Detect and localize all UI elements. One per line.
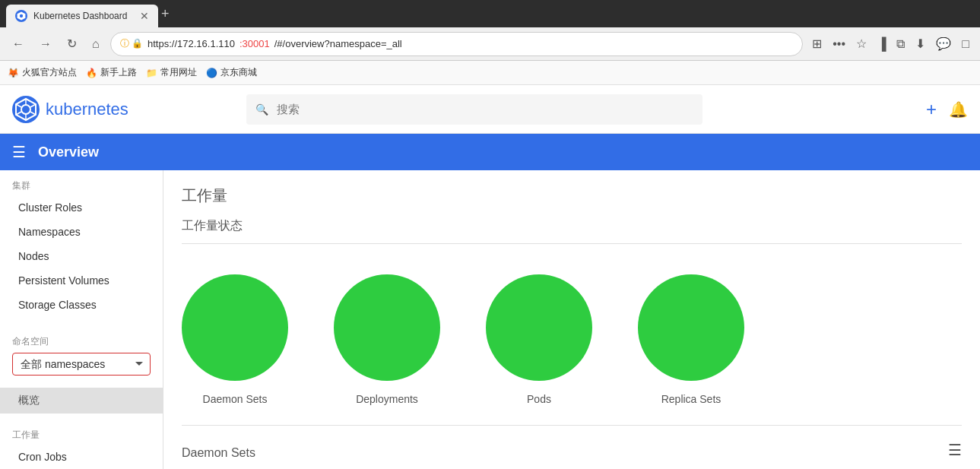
more-button[interactable]: ••• (829, 34, 848, 54)
sidebar-scroll: 集群 Cluster Roles Namespaces Nodes Persis… (0, 170, 163, 469)
address-bar[interactable]: ⓘ 🔒 https://172.16.1.110:30001/#/overvie… (110, 32, 804, 56)
active-tab[interactable]: Kubernetes Dashboard ✕ (6, 5, 158, 27)
bookmark-label: 火狐官方站点 (22, 66, 77, 79)
sidebar-toggle[interactable]: ▐ (874, 34, 889, 54)
sidebar-item-storage-classes[interactable]: Storage Classes (0, 293, 163, 317)
deployments-label: Deployments (356, 393, 418, 405)
refresh-button[interactable]: ↻ (62, 33, 81, 54)
extension-button[interactable]: □ (959, 34, 972, 54)
bookmark-firefox[interactable]: 🦊 火狐官方站点 (8, 66, 77, 79)
bottom-actions: ☰ (948, 438, 962, 462)
persistent-volumes-label: Persistent Volumes (18, 274, 109, 287)
top-navigation: ☰ Overview (0, 134, 980, 170)
profile-button[interactable]: 💬 (933, 33, 954, 54)
pods-status: Pods (486, 274, 592, 405)
bookmark-jd[interactable]: 🔵 京东商城 (206, 66, 257, 79)
sidebar-item-nodes[interactable]: Nodes (0, 244, 163, 268)
star-button[interactable]: ☆ (853, 33, 870, 54)
url-prefix: https://172.16.1.110 (147, 38, 235, 49)
nodes-label: Nodes (18, 250, 49, 262)
kubernetes-logo-icon (12, 96, 40, 123)
cluster-roles-label: Cluster Roles (18, 201, 82, 214)
tab-favicon (15, 10, 27, 22)
bookmark-label-3: 常用网址 (160, 66, 197, 79)
namespaces-label: Namespaces (18, 226, 81, 238)
replica-sets-circle (638, 274, 744, 381)
sidebar: 集群 Cluster Roles Namespaces Nodes Persis… (0, 170, 163, 469)
overview-label: 概览 (18, 394, 40, 406)
security-icon: ⓘ 🔒 (120, 37, 143, 50)
toolbar-icons: ⊞ ••• ☆ ▐ ⧉ ⬇ 💬 □ (809, 33, 972, 54)
sidebar-item-cron-jobs[interactable]: Cron Jobs (0, 445, 163, 469)
app-container: kubernetes 🔍 + 🔔 ☰ Overview 集群 Cluster R… (0, 85, 980, 469)
bookmark-icon-2: 🔥 (86, 68, 97, 78)
storage-classes-label: Storage Classes (18, 299, 97, 311)
url-suffix: /#/overview?namespace=_all (274, 38, 402, 49)
kubernetes-logo[interactable]: kubernetes (12, 96, 128, 123)
bookmark-icon: 🦊 (8, 68, 19, 78)
bookmark-icon-4: 🔵 (206, 68, 217, 78)
daemon-sets-section-title: Daemon Sets (182, 446, 255, 460)
add-button[interactable]: + (926, 99, 937, 120)
bookmark-newuser[interactable]: 🔥 新手上路 (86, 66, 137, 79)
pods-circle (486, 274, 592, 381)
daemon-sets-status: Daemon Sets (182, 274, 288, 405)
hamburger-menu[interactable]: ☰ (12, 143, 26, 161)
header-search: 🔍 (246, 94, 702, 125)
search-icon: 🔍 (255, 103, 268, 116)
content-area: 工作量 工作量状态 Daemon Sets Deployments Pods (163, 170, 980, 469)
home-button[interactable]: ⌂ (87, 34, 104, 54)
bell-button[interactable]: 🔔 (949, 100, 968, 119)
search-input[interactable] (246, 94, 702, 125)
forward-button[interactable]: → (35, 34, 56, 54)
sidebar-item-overview[interactable]: 概览 (0, 388, 163, 414)
daemon-sets-circle (182, 274, 288, 381)
expand-button[interactable]: ☰ (948, 441, 962, 459)
workload-section-header: 工作量 (0, 420, 163, 445)
bookmark-label-2: 新手上路 (100, 66, 137, 79)
namespace-section-header: 命名空间 (12, 335, 151, 348)
tab-title: Kubernetes Dashboard (33, 11, 134, 21)
sidebar-item-persistent-volumes[interactable]: Persistent Volumes (0, 268, 163, 293)
qr-button[interactable]: ⊞ (809, 33, 825, 54)
namespace-section: 命名空间 全部 namespaces default kube-system (0, 329, 163, 382)
cluster-section-header: 集群 (0, 170, 163, 195)
pods-label: Pods (527, 393, 551, 405)
svg-point-1 (20, 14, 23, 17)
main-content: 集群 Cluster Roles Namespaces Nodes Persis… (0, 170, 980, 469)
deployments-status: Deployments (334, 274, 440, 405)
replica-sets-status: Replica Sets (638, 274, 744, 405)
new-tab-button[interactable]: + (161, 6, 170, 22)
url-port: :30001 (239, 38, 270, 49)
split-button[interactable]: ⧉ (893, 34, 908, 54)
browser-tab-bar: Kubernetes Dashboard ✕ + (0, 0, 980, 27)
kubernetes-logo-text: kubernetes (46, 100, 128, 119)
section-divider (182, 425, 962, 426)
cron-jobs-label: Cron Jobs (18, 451, 67, 463)
bookmark-common[interactable]: 📁 常用网址 (146, 66, 197, 79)
sidebar-item-cluster-roles[interactable]: Cluster Roles (0, 195, 163, 220)
replica-sets-label: Replica Sets (661, 393, 722, 405)
browser-toolbar: ← → ↻ ⌂ ⓘ 🔒 https://172.16.1.110:30001/#… (0, 27, 980, 61)
bookmark-icon-3: 📁 (146, 68, 157, 78)
section-title: 工作量 (182, 185, 962, 206)
workload-status-grid: Daemon Sets Deployments Pods Replica Set… (182, 259, 962, 413)
daemon-sets-label: Daemon Sets (203, 393, 268, 405)
back-button[interactable]: ← (8, 34, 29, 54)
download-button[interactable]: ⬇ (912, 33, 928, 54)
bookmark-label-4: 京东商城 (220, 66, 257, 79)
close-tab-button[interactable]: ✕ (140, 10, 149, 22)
bookmarks-bar: 🦊 火狐官方站点 🔥 新手上路 📁 常用网址 🔵 京东商城 (0, 61, 980, 85)
header-actions: + 🔔 (926, 99, 968, 120)
nav-title: Overview (38, 144, 99, 160)
app-header: kubernetes 🔍 + 🔔 (0, 85, 980, 134)
sidebar-item-namespaces[interactable]: Namespaces (0, 220, 163, 244)
deployments-circle (334, 274, 440, 381)
namespace-select[interactable]: 全部 namespaces default kube-system (12, 353, 151, 376)
section-subtitle: 工作量状态 (182, 218, 962, 244)
